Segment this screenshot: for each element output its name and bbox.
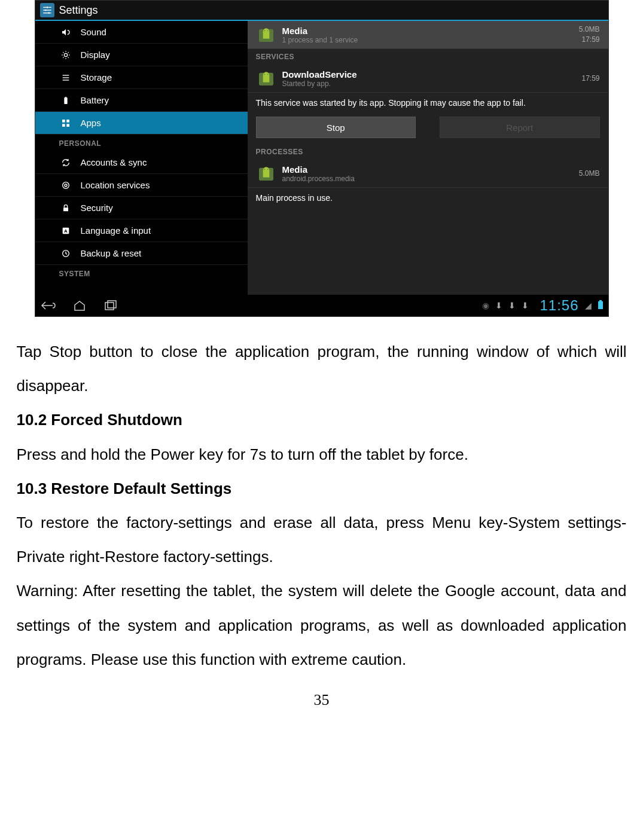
sidebar-item-language[interactable]: A Language & input [35, 219, 248, 242]
battery-icon [59, 96, 72, 105]
svg-rect-15 [62, 120, 65, 123]
sidebar-label: Battery [81, 95, 109, 105]
process-name: Media [282, 164, 579, 175]
sidebar-label: Security [81, 203, 113, 213]
stop-button[interactable]: Stop [256, 117, 416, 138]
sidebar-item-apps[interactable]: Apps [35, 112, 248, 135]
sidebar-label: Accounts & sync [81, 157, 147, 167]
svg-point-31 [264, 74, 265, 75]
sidebar-item-battery[interactable]: Battery [35, 89, 248, 112]
android-settings-screenshot: Settings Sound Display Storage Battery [35, 0, 609, 317]
svg-point-19 [65, 184, 67, 187]
sidebar-item-backup[interactable]: Backup & reset [35, 242, 248, 265]
app-name: Media [282, 26, 579, 36]
titlebar: Settings [35, 1, 608, 21]
svg-rect-39 [598, 301, 603, 309]
services-header: SERVICES [248, 49, 608, 65]
page-number: 35 [0, 691, 643, 709]
sidebar-item-security[interactable]: Security [35, 197, 248, 219]
app-size: 5.0MB [579, 25, 600, 35]
sidebar-header-system: SYSTEM [35, 265, 248, 282]
battery-icon[interactable] [598, 300, 604, 311]
svg-rect-12 [62, 80, 69, 80]
display-icon [59, 50, 72, 60]
svg-rect-30 [263, 76, 269, 83]
svg-rect-1 [48, 7, 51, 8]
sidebar-label: Sound [81, 27, 106, 37]
wifi-icon[interactable]: ◢ [585, 301, 592, 310]
clock[interactable]: 11:56 [540, 297, 578, 314]
svg-rect-13 [64, 97, 67, 104]
paragraph: To restore the factory-settings and eras… [17, 506, 627, 574]
sidebar-item-accounts[interactable]: Accounts & sync [35, 151, 248, 174]
paragraph: Warning: After resetting the tablet, the… [17, 574, 627, 677]
svg-rect-17 [62, 124, 65, 127]
svg-text:A: A [64, 228, 68, 234]
location-icon [59, 181, 72, 190]
back-button[interactable] [40, 300, 57, 311]
svg-rect-14 [65, 97, 66, 97]
svg-point-35 [264, 169, 265, 170]
svg-point-20 [62, 182, 69, 188]
app-sub: 1 process and 1 service [282, 36, 579, 44]
paragraph: Tap Stop button to close the application… [17, 335, 627, 403]
process-note: Main process in use. [248, 188, 608, 208]
android-icon [256, 163, 276, 184]
download-service-row[interactable]: DownloadService Started by app. 17:59 [248, 65, 608, 93]
svg-rect-10 [62, 75, 69, 75]
sidebar-label: Backup & reset [81, 248, 142, 258]
media-process-row[interactable]: Media android.process.media 5.0MB [248, 160, 608, 188]
sidebar-item-location[interactable]: Location services [35, 174, 248, 197]
svg-point-28 [267, 30, 268, 32]
download-icon[interactable]: ⬇ [508, 301, 516, 310]
recent-button[interactable] [102, 300, 119, 311]
report-button: Report [440, 117, 600, 138]
sync-icon [59, 158, 72, 167]
svg-rect-6 [43, 13, 48, 13]
sidebar-label: Storage [81, 72, 112, 83]
svg-rect-16 [66, 120, 69, 123]
service-sub: Started by app. [282, 80, 582, 88]
media-app-row[interactable]: Media 1 process and 1 service 5.0MB 17:5… [248, 21, 608, 49]
language-icon: A [59, 226, 72, 236]
processes-header: PROCESSES [248, 144, 608, 160]
service-time: 17:59 [581, 74, 599, 84]
title-text: Settings [59, 4, 98, 17]
svg-rect-40 [599, 300, 602, 301]
svg-rect-34 [263, 171, 269, 178]
sidebar-item-sound[interactable]: Sound [35, 21, 248, 44]
system-navbar: ◉ ⬇ ⬇ ⬇ 11:56 ◢ [35, 295, 608, 316]
home-button[interactable] [71, 300, 88, 311]
sidebar-item-storage[interactable]: Storage [35, 66, 248, 89]
svg-rect-3 [43, 10, 45, 10]
heading-forced-shutdown: 10.2 Forced Shutdown [17, 403, 627, 437]
sidebar-label: Display [81, 50, 110, 60]
lock-icon [59, 203, 72, 213]
svg-point-9 [64, 53, 67, 56]
sidebar-item-display[interactable]: Display [35, 44, 248, 66]
notification-icon[interactable]: ◉ [482, 301, 489, 310]
svg-point-32 [267, 74, 268, 75]
svg-rect-26 [263, 32, 269, 39]
svg-rect-21 [63, 207, 68, 211]
service-name: DownloadService [282, 69, 582, 80]
download-icon[interactable]: ⬇ [522, 301, 529, 310]
service-note: This service was started by its app. Sto… [248, 93, 608, 113]
download-icon[interactable]: ⬇ [495, 301, 502, 310]
settings-icon [40, 3, 54, 17]
sidebar-label: Language & input [81, 225, 151, 236]
svg-point-5 [45, 10, 47, 11]
apps-icon [59, 118, 72, 128]
svg-rect-18 [66, 124, 69, 127]
backup-icon [59, 249, 72, 258]
svg-rect-4 [46, 10, 51, 10]
android-icon [256, 25, 276, 45]
svg-point-8 [48, 12, 50, 14]
svg-rect-0 [43, 7, 46, 8]
svg-rect-7 [50, 13, 51, 13]
svg-rect-11 [62, 77, 69, 78]
paragraph: Press and hold the Power key for 7s to t… [17, 438, 627, 472]
app-details-panel: Media 1 process and 1 service 5.0MB 17:5… [248, 21, 608, 296]
svg-rect-37 [105, 303, 114, 310]
svg-point-36 [267, 169, 268, 170]
